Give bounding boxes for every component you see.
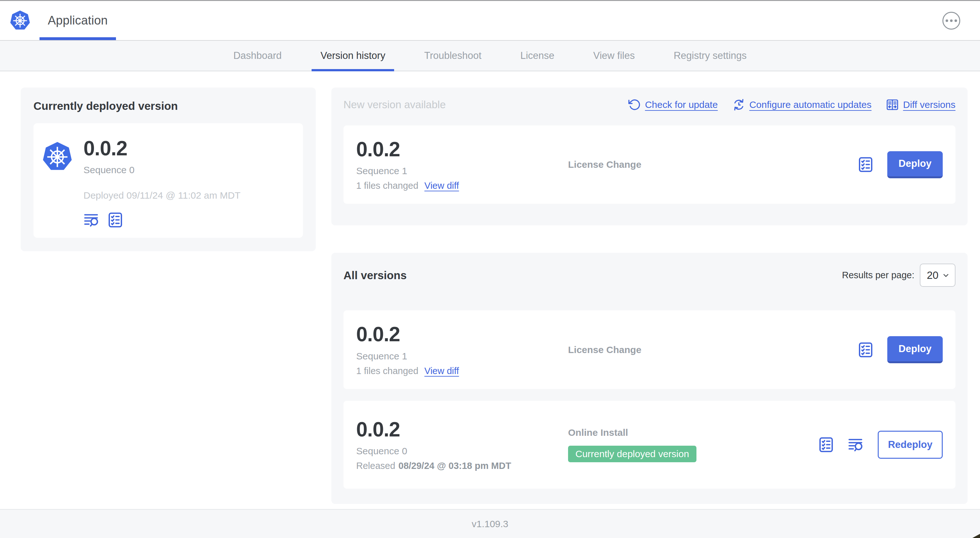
file-search-icon [83,212,100,228]
refresh-icon [628,98,641,111]
deployed-timestamp: Deployed 09/11/24 @ 11:02 am MDT [83,190,240,201]
footer: v1.109.3 [0,509,980,538]
results-per-page-label: Results per page: [842,270,914,281]
version-number: 0.0.2 [356,418,568,441]
version-sequence: Sequence 1 [356,165,568,176]
view-config-icon-button[interactable] [858,341,874,358]
tab-version-history[interactable]: Version history [308,41,398,71]
kubernetes-logo-icon [10,10,30,32]
view-config-icon-button[interactable] [818,436,834,453]
currently-deployed-panel: Currently deployed version 0.0.2 Sequenc… [21,87,316,251]
chevron-down-icon [942,271,950,280]
currently-deployed-badge: Currently deployed version [568,446,697,462]
checklist-icon [858,341,874,358]
deployed-version-card: 0.0.2 Sequence 0 Deployed 09/11/24 @ 11:… [33,123,303,238]
new-version-heading: New version available [344,99,446,111]
tab-view-files[interactable]: View files [581,41,648,71]
version-number: 0.0.2 [356,323,568,345]
version-source: License Change [568,344,858,355]
deploy-button[interactable]: Deploy [887,151,943,178]
view-config-icon-button[interactable] [858,156,874,173]
version-sequence: Sequence 0 [356,446,568,457]
tab-troubleshoot[interactable]: Troubleshoot [411,41,494,71]
console-version: v1.109.3 [471,519,508,529]
all-versions-section: All versions Results per page: 20 0.0.2 … [331,253,967,504]
checklist-icon [818,436,834,453]
app-title: Application [48,14,108,27]
files-changed-text: 1 files changed [356,181,418,191]
version-number: 0.0.2 [356,138,568,160]
subnav: Dashboard Version history Troubleshoot L… [0,40,980,71]
redeploy-button[interactable]: Redeploy [878,431,943,459]
version-source: Online Install [568,427,818,438]
view-config-icon-button[interactable] [107,212,124,228]
deploy-button[interactable]: Deploy [887,336,943,363]
main-content: Currently deployed version 0.0.2 Sequenc… [0,71,980,504]
released-timestamp: Released 08/29/24 @ 03:18 pm MDT [356,461,568,471]
diff-versions-link[interactable]: Diff versions [886,98,956,111]
right-column: New version available Check for update C… [331,87,967,504]
new-version-section: New version available Check for update C… [331,87,967,225]
results-per-page-select[interactable]: 20 [920,263,956,287]
release-notes-icon-button[interactable] [848,436,864,453]
cursor-artifact [972,534,980,538]
more-menu-button[interactable] [942,12,960,30]
currently-deployed-title: Currently deployed version [33,100,303,113]
configure-automatic-updates-link[interactable]: Configure automatic updates [732,98,872,111]
new-version-card: 0.0.2 Sequence 1 1 files changed View di… [344,125,956,204]
deployed-sequence: Sequence 0 [83,165,240,175]
tab-registry-settings[interactable]: Registry settings [661,41,759,71]
files-changed-text: 1 files changed [356,366,418,376]
tab-dashboard[interactable]: Dashboard [221,41,294,71]
view-diff-link[interactable]: View diff [424,181,459,191]
kubernetes-app-icon [42,141,73,173]
tab-application[interactable]: Application [40,1,116,40]
version-row: 0.0.2 Sequence 1 1 files changed View di… [344,310,956,389]
release-notes-icon-button[interactable] [83,212,100,228]
file-search-icon [848,436,864,453]
view-diff-link[interactable]: View diff [424,366,459,376]
check-for-update-link[interactable]: Check for update [628,98,718,111]
auto-update-icon [732,98,745,111]
deployed-version-number: 0.0.2 [83,137,240,159]
checklist-icon [858,156,874,173]
checklist-icon [107,212,124,228]
diff-icon [886,98,899,111]
version-source: License Change [568,159,858,170]
app-header: Application [0,1,980,40]
version-row: 0.0.2 Sequence 0 Released 08/29/24 @ 03:… [344,401,956,489]
ellipsis-icon [946,19,948,22]
version-sequence: Sequence 1 [356,351,568,362]
all-versions-title: All versions [344,269,407,282]
tab-license[interactable]: License [508,41,567,71]
